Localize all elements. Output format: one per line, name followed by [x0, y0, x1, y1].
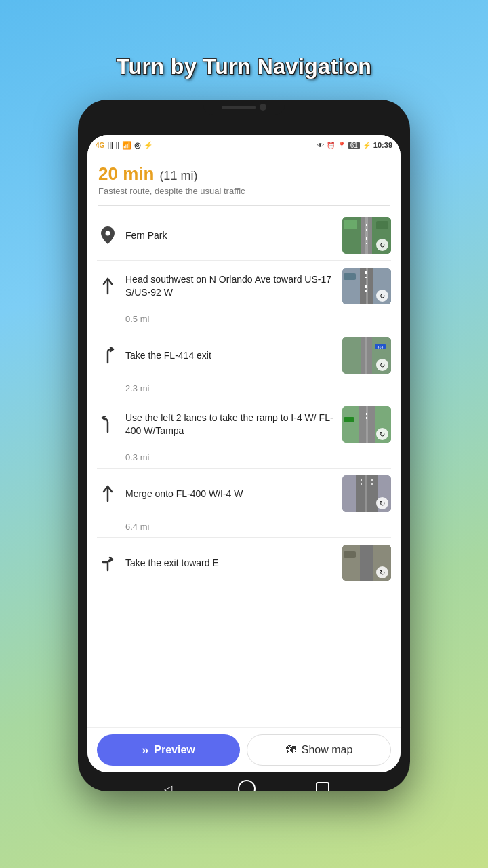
svg-rect-31	[360, 545, 373, 581]
thumb-refresh-6[interactable]: ↻	[376, 566, 388, 578]
nav-item: Fern Park ↻	[87, 210, 401, 260]
nav-item-label: Fern Park	[125, 229, 336, 242]
phone-frame: 4G ||| || 📶 ◎ ⚡ 👁 ⏰ 📍 61 ⚡ 10:39 20 min …	[78, 100, 410, 791]
nav-item: Head southwest on N Orlando Ave toward U…	[87, 261, 401, 311]
nav-item: Use the left 2 lanes to take the ramp to…	[87, 399, 401, 450]
charge-icon: ⚡	[363, 142, 371, 149]
nav-distance-5: 6.4 mi	[87, 519, 401, 537]
svg-rect-33	[344, 551, 356, 558]
thumb-refresh-5[interactable]: ↻	[376, 497, 388, 509]
recents-button[interactable]	[316, 782, 329, 791]
page-title: Turn by Turn Navigation	[117, 54, 372, 79]
map-icon: 🗺	[285, 744, 296, 756]
gps-icon: 📍	[338, 142, 346, 149]
svg-text:414: 414	[378, 345, 384, 349]
nav-list: Fern Park ↻	[87, 210, 401, 727]
camera	[260, 104, 266, 111]
nav-icon-exit	[97, 552, 119, 574]
nav-item-thumbnail-6: ↻	[342, 545, 391, 581]
nav-icon-merge	[97, 483, 119, 505]
signal-indicator: 4G	[96, 142, 104, 149]
route-subtitle: Fastest route, despite the usual traffic	[98, 186, 390, 196]
nav-item-thumbnail-4: ↻	[342, 406, 391, 443]
nav-item: Merge onto FL-400 W/I-4 W ↻	[87, 469, 401, 519]
thumb-refresh-4[interactable]: ↻	[376, 428, 388, 440]
phone-bottom-bar: ◁	[87, 772, 401, 791]
nav-item-thumbnail-1: ↻	[342, 217, 391, 254]
nav-icon-exit-right	[97, 344, 119, 366]
usb-icon: ⚡	[144, 141, 153, 150]
home-button[interactable]	[238, 780, 256, 791]
nav-item: Take the FL-414 exit 414 ↻	[87, 330, 401, 380]
back-button[interactable]: ◁	[159, 779, 178, 791]
nav-distance-4: 0.3 mi	[87, 450, 401, 468]
nav-item-label: Take the exit toward E	[125, 557, 336, 570]
phone-top-bar	[78, 100, 410, 135]
preview-label: Preview	[154, 744, 195, 756]
preview-button[interactable]: » Preview	[97, 734, 240, 766]
svg-rect-3	[365, 217, 368, 254]
svg-rect-13	[344, 273, 356, 280]
route-header: 20 min (11 mi) Fastest route, despite th…	[87, 155, 401, 201]
phone-screen: 4G ||| || 📶 ◎ ⚡ 👁 ⏰ 📍 61 ⚡ 10:39 20 min …	[87, 135, 401, 772]
clock: 10:39	[373, 141, 392, 149]
thumb-refresh-3[interactable]: ↻	[376, 359, 388, 371]
svg-rect-22	[344, 417, 354, 422]
speaker	[222, 106, 256, 109]
status-right: 👁 ⏰ 📍 61 ⚡ 10:39	[317, 141, 392, 149]
route-time: 20 min	[98, 163, 154, 184]
nav-item-thumbnail-2: ↻	[342, 268, 391, 304]
nav-item-thumbnail-3: 414 ↻	[342, 337, 391, 374]
svg-rect-21	[366, 406, 368, 443]
nav-item-label: Merge onto FL-400 W/I-4 W	[125, 488, 336, 500]
preview-icon: »	[142, 743, 148, 757]
nav-item-label: Head southwest on N Orlando Ave toward U…	[125, 273, 336, 299]
nav-item-thumbnail-5: ↻	[342, 475, 391, 512]
signal-bars: |||	[107, 142, 113, 149]
nav-distance-3: 2.3 mi	[87, 380, 401, 399]
show-map-label: Show map	[302, 744, 353, 756]
svg-rect-16	[365, 337, 367, 374]
battery-level: 61	[348, 142, 360, 149]
thumb-refresh-2[interactable]: ↻	[376, 290, 388, 302]
route-distance: (11 mi)	[159, 169, 197, 183]
location-icon: ◎	[134, 141, 141, 150]
eye-icon: 👁	[317, 142, 324, 149]
signal2-bars: ||	[116, 142, 120, 149]
show-map-button[interactable]: 🗺 Show map	[247, 734, 391, 766]
alarm-icon: ⏰	[327, 142, 335, 149]
nav-distance-2: 0.5 mi	[87, 311, 401, 330]
nav-icon-ramp-left	[97, 414, 119, 435]
nav-icon-pin	[97, 224, 119, 246]
nav-icon-arrow-up	[97, 275, 119, 297]
wifi-icon: 📶	[122, 141, 131, 150]
thumb-refresh-1[interactable]: ↻	[376, 239, 388, 251]
svg-rect-26	[365, 475, 367, 512]
svg-point-0	[106, 231, 110, 236]
svg-rect-7	[376, 221, 388, 229]
nav-item-label: Take the FL-414 exit	[125, 349, 336, 362]
svg-rect-6	[344, 220, 357, 229]
status-bar: 4G ||| || 📶 ◎ ⚡ 👁 ⏰ 📍 61 ⚡ 10:39	[87, 135, 401, 155]
status-left: 4G ||| || 📶 ◎ ⚡	[96, 141, 153, 150]
bottom-buttons: » Preview 🗺 Show map	[87, 727, 401, 772]
nav-item-label: Use the left 2 lanes to take the ramp to…	[125, 412, 336, 437]
nav-item: Take the exit toward E ↻	[87, 538, 401, 588]
camera-notch	[203, 100, 285, 115]
header-divider	[98, 205, 390, 206]
